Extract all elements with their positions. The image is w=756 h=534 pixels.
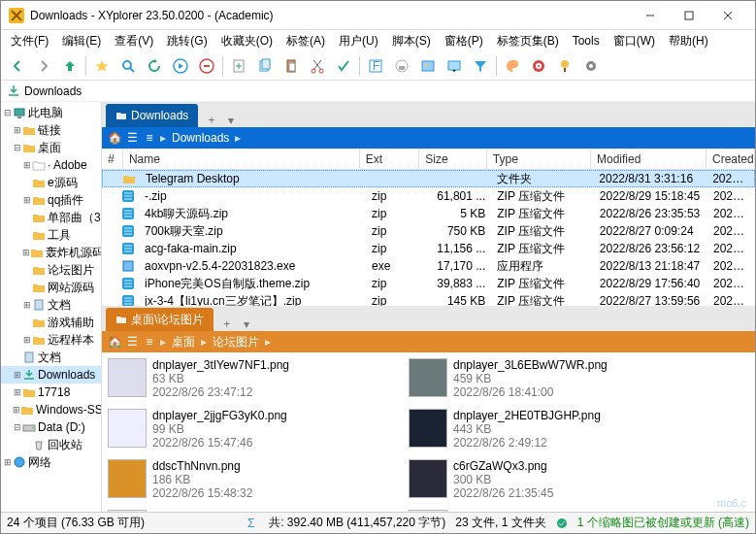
menu-item[interactable]: 标签页集(B) xyxy=(491,31,565,51)
image-button[interactable] xyxy=(415,53,441,79)
play-button[interactable] xyxy=(168,53,193,79)
file-row[interactable]: jx-3-4【li1yu.cn三岁笔记】.zipzip145 KBZIP 压缩文… xyxy=(102,292,755,306)
tree-node[interactable]: ⊞文档 xyxy=(1,296,101,314)
path-menu-icon[interactable]: ≡ xyxy=(141,335,158,349)
col-modified[interactable]: Modified xyxy=(591,149,707,169)
menu-item[interactable]: 文件(F) xyxy=(5,31,54,51)
refresh-button[interactable] xyxy=(142,53,167,79)
tree-node[interactable]: ⊟Data (D:) xyxy=(1,418,101,436)
pin-button[interactable] xyxy=(552,53,577,79)
folder-tree[interactable]: ⊟此电脑⊞链接⊟桌面⊞· Adobee源码⊞qq插件单部曲（3工具⊞轰炸机源码论… xyxy=(1,102,102,512)
target-button[interactable] xyxy=(526,53,551,79)
menu-item[interactable]: 窗格(P) xyxy=(439,31,489,51)
tree-node[interactable]: ⊞qq插件 xyxy=(1,191,101,209)
menu-item[interactable]: 窗口(W) xyxy=(608,31,661,51)
tree-node[interactable]: 工具 xyxy=(1,226,101,244)
thumbnail-item[interactable]: dnplayer_3L6EBwW7WR.png459 KB2022/8/26 1… xyxy=(407,356,707,407)
file-row[interactable]: acg-faka-main.zipzip11,156 ...ZIP 压缩文件20… xyxy=(102,240,755,257)
tree-node[interactable]: 论坛图片 xyxy=(1,261,101,279)
menu-item[interactable]: 查看(V) xyxy=(109,31,159,51)
tree-node[interactable]: ⊞远程样本 xyxy=(1,331,101,349)
thumbnail-item[interactable]: dnplayer_2jjgFG3yK0.png99 KB2022/8/26 15… xyxy=(106,407,407,457)
tree-node[interactable]: ⊟桌面 xyxy=(1,139,101,156)
gear-button[interactable] xyxy=(578,53,604,79)
close-button[interactable] xyxy=(708,2,747,29)
file-row[interactable]: 700k聊天室.zipzip750 KBZIP 压缩文件2022/8/27 0:… xyxy=(102,222,755,240)
minimize-button[interactable] xyxy=(631,2,670,29)
thumbnail-item[interactable]: c6rGZaWQx3.png300 KB2022/8/26 21:35:45 xyxy=(407,457,707,508)
check-button[interactable] xyxy=(331,53,356,79)
menu-item[interactable]: 帮助(H) xyxy=(663,31,714,51)
tree-node[interactable]: 网站源码 xyxy=(1,279,101,296)
tree-node[interactable]: ⊞链接 xyxy=(1,121,101,139)
breadcrumb-text[interactable]: Downloads xyxy=(24,84,82,98)
paint-button[interactable] xyxy=(500,53,525,79)
path-home-icon[interactable]: 🏠 xyxy=(106,335,123,349)
tab-add-button[interactable]: + xyxy=(219,317,234,331)
menu-item[interactable]: 脚本(S) xyxy=(386,31,437,51)
tree-node[interactable]: ⊞17718 xyxy=(1,384,101,401)
menu-item[interactable]: 跳转(G) xyxy=(161,31,213,51)
path-home-icon[interactable]: 🏠 xyxy=(106,131,123,145)
tab-downloads[interactable]: Downloads xyxy=(106,104,198,127)
menu-item[interactable]: 收藏夹(O) xyxy=(215,31,279,51)
tab-forum-images[interactable]: 桌面\论坛图片 xyxy=(106,308,214,331)
tree-node[interactable]: ⊞Downloads xyxy=(1,366,101,384)
path-segment[interactable]: Downloads xyxy=(168,131,233,145)
pathbar-top[interactable]: 🏠 ☰ ≡ ▸ Downloads ▸ xyxy=(102,127,755,149)
file-row[interactable]: Telegram Desktop文件夹2022/8/31 3:31:162022… xyxy=(102,170,755,187)
tree-node[interactable]: ⊟此电脑 xyxy=(1,104,101,121)
menu-item[interactable]: 编辑(E) xyxy=(56,31,107,51)
path-segment[interactable]: 桌面 xyxy=(168,334,199,350)
tree-node[interactable]: 回收站 xyxy=(1,436,101,453)
thumbnail-item[interactable]: ddscThNnvn.png186 KB2022/8/26 15:48:32 xyxy=(106,457,407,508)
file-row[interactable]: aoxvpn-v2.5.4-22031823.exeexe17,170 ...应… xyxy=(102,257,755,275)
file-list-top[interactable]: Telegram Desktop文件夹2022/8/31 3:31:162022… xyxy=(102,170,755,306)
stop-button[interactable] xyxy=(194,53,219,79)
cut-button[interactable] xyxy=(305,53,330,79)
funnel-button[interactable] xyxy=(468,53,493,79)
file-row[interactable]: -.zipzip61,801 ...ZIP 压缩文件2022/8/29 15:1… xyxy=(102,187,755,205)
tab-menu-button[interactable]: ▾ xyxy=(224,114,238,127)
tree-node[interactable]: ⊞Windows-SS xyxy=(1,401,101,418)
file-row[interactable]: 4kb聊天源码.zipzip5 KBZIP 压缩文件2022/8/26 23:3… xyxy=(102,205,755,222)
tab-add-button[interactable]: + xyxy=(204,114,218,127)
tree-node[interactable]: e源码 xyxy=(1,174,101,191)
path-list-icon[interactable]: ☰ xyxy=(123,335,141,349)
col-ext[interactable]: Ext xyxy=(360,149,420,169)
col-size[interactable]: Size xyxy=(419,149,486,169)
maximize-button[interactable] xyxy=(670,2,708,29)
col-type[interactable]: Type xyxy=(487,149,591,169)
new-button[interactable] xyxy=(226,53,251,79)
path-segment[interactable]: 论坛图片 xyxy=(209,334,263,350)
forward-button[interactable] xyxy=(31,53,56,79)
tree-node[interactable]: 单部曲（3 xyxy=(1,209,101,226)
col-created[interactable]: Created xyxy=(707,149,755,169)
col-name[interactable]: Name xyxy=(123,149,360,169)
col-num[interactable]: # xyxy=(102,149,123,169)
tab-menu-button[interactable]: ▾ xyxy=(240,317,253,331)
tree-node[interactable]: ⊞网络 xyxy=(1,453,101,471)
menu-item[interactable]: Tools xyxy=(567,32,606,50)
path-list-icon[interactable]: ☰ xyxy=(123,131,141,145)
find-button[interactable] xyxy=(115,53,141,79)
tree-node[interactable]: ⊞· Adobe xyxy=(1,156,101,174)
pathbar-bottom[interactable]: 🏠 ☰ ≡ ▸ 桌面 ▸ 论坛图片 ▸ xyxy=(102,331,755,352)
thumbnail-grid[interactable]: dnplayer_3tIYew7NF1.png63 KB2022/8/26 23… xyxy=(102,352,755,512)
back-button[interactable] xyxy=(5,53,30,79)
up-button[interactable] xyxy=(57,53,82,79)
paste-button[interactable] xyxy=(279,53,304,79)
menu-item[interactable]: 用户(U) xyxy=(333,31,384,51)
thumbnail-item[interactable]: dnplayer_2HE0TBJGHP.png443 KB2022/8/26 2… xyxy=(407,407,707,457)
favorites-button[interactable] xyxy=(89,53,115,79)
tree-node[interactable]: ⊞轰炸机源码 xyxy=(1,244,101,261)
path-menu-icon[interactable]: ≡ xyxy=(141,131,158,145)
file-row[interactable]: iPhone完美OS自制版.theme.zipzip39,883 ...ZIP … xyxy=(102,275,755,292)
copy-button[interactable] xyxy=(252,53,278,79)
thumbnail-item[interactable]: dnplayer_3tIYew7NF1.png63 KB2022/8/26 23… xyxy=(106,356,407,407)
filter-button[interactable]: F xyxy=(363,53,388,79)
menu-item[interactable]: 标签(A) xyxy=(280,31,331,51)
slide-button[interactable] xyxy=(442,53,467,79)
lock-button[interactable] xyxy=(389,53,414,79)
tree-node[interactable]: 游戏辅助 xyxy=(1,314,101,331)
